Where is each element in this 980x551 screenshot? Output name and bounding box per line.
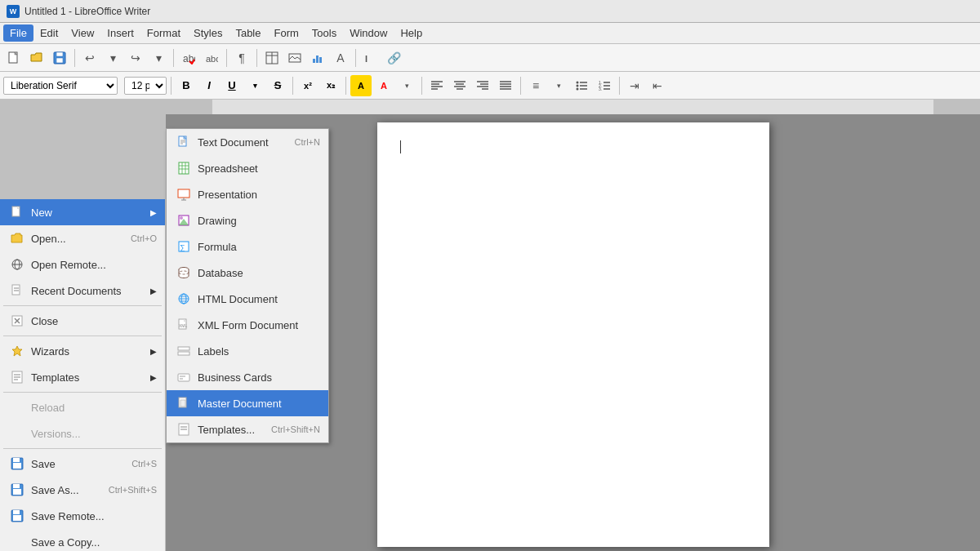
font-color-btn[interactable]: A <box>373 75 394 96</box>
subscript-btn[interactable]: x₂ <box>320 75 341 96</box>
file-menu-wizards[interactable]: Wizards ▶ <box>0 338 165 364</box>
versions-icon <box>8 424 26 442</box>
save-file-icon <box>8 455 26 473</box>
submenu-business-cards[interactable]: Business Cards <box>167 364 328 390</box>
decrease-indent-btn[interactable]: ⇤ <box>647 75 668 96</box>
file-menu-save-as-label: Save As... <box>31 484 79 496</box>
autocorrect-btn[interactable]: abc <box>201 47 222 69</box>
submenu-xml-form[interactable]: XML XML Form Document <box>167 312 328 338</box>
file-menu-save-as[interactable]: Save As... Ctrl+Shift+S <box>0 477 165 503</box>
submenu-spreadsheet[interactable]: Spreadsheet <box>167 155 328 181</box>
redo-dropdown[interactable]: ▾ <box>148 47 169 69</box>
save-btn[interactable] <box>49 47 70 69</box>
submenu-xml-form-label: XML Form Document <box>198 319 298 331</box>
file-sep-1 <box>3 305 162 306</box>
templates-shortcut: Ctrl+Shift+N <box>271 424 320 434</box>
menu-help[interactable]: Help <box>394 24 429 42</box>
title-bar-text: Untitled 1 - LibreOffice Writer <box>24 6 150 17</box>
submenu-database[interactable]: Database <box>167 260 328 286</box>
menu-format[interactable]: Format <box>140 24 187 42</box>
superscript-btn[interactable]: x² <box>297 75 318 96</box>
undo-btn[interactable]: ↩ <box>79 47 100 69</box>
save-copy-icon <box>8 533 26 551</box>
submenu-drawing[interactable]: Drawing <box>167 207 328 233</box>
file-menu-save[interactable]: Save Ctrl+S <box>0 451 165 477</box>
font-color-dropdown[interactable]: ▾ <box>396 75 417 96</box>
menu-tools[interactable]: Tools <box>305 24 343 42</box>
svg-rect-118 <box>933 100 980 114</box>
redo-btn[interactable]: ↪ <box>125 47 146 69</box>
insert-table-btn[interactable] <box>261 47 283 69</box>
new-icon <box>8 203 26 221</box>
menu-styles[interactable]: Styles <box>187 24 229 42</box>
list-unordered-btn[interactable] <box>571 75 592 96</box>
svg-text:I: I <box>365 54 368 64</box>
submenu-presentation[interactable]: Presentation <box>167 181 328 207</box>
file-menu-versions: Versions... <box>0 420 165 447</box>
list-ordered-btn[interactable]: 1.2.3. <box>594 75 615 96</box>
font-size-select[interactable]: 12 pt <box>124 77 167 95</box>
para-marks-btn[interactable]: ¶ <box>231 47 252 69</box>
svg-rect-2 <box>56 52 63 56</box>
file-menu-save-copy[interactable]: Save a Copy... <box>0 529 165 551</box>
menu-bar: File Edit View Insert Format Styles Tabl… <box>0 23 980 44</box>
templates-icon <box>8 368 26 386</box>
submenu-text-doc[interactable]: Text Document Ctrl+N <box>167 129 328 155</box>
menu-view[interactable]: View <box>65 24 100 42</box>
file-menu-new[interactable]: New ▶ <box>0 199 165 225</box>
line-spacing-dropdown[interactable]: ▾ <box>548 75 569 96</box>
menu-table[interactable]: Table <box>229 24 267 42</box>
underline-btn[interactable]: U <box>221 75 243 96</box>
align-right-btn[interactable] <box>472 75 493 96</box>
align-left-btn[interactable] <box>426 75 448 96</box>
new-submenu: Text Document Ctrl+N Spreadsheet Present… <box>166 128 329 443</box>
file-menu-recent[interactable]: Recent Documents ▶ <box>0 278 165 304</box>
document-page <box>377 122 769 547</box>
menu-file[interactable]: File <box>3 24 33 42</box>
text-doc-shortcut: Ctrl+N <box>295 137 320 147</box>
submenu-templates[interactable]: Templates... Ctrl+Shift+N <box>167 416 328 442</box>
open-file-icon <box>8 229 26 247</box>
svg-rect-108 <box>178 374 189 381</box>
file-menu-save-remote[interactable]: Save Remote... <box>0 503 165 529</box>
formula-icon: ∑ <box>175 238 193 256</box>
file-menu-templates[interactable]: Templates ▶ <box>0 364 165 390</box>
bold-btn[interactable]: B <box>176 75 197 96</box>
spellcheck-btn[interactable]: abc <box>178 47 199 69</box>
file-menu-open[interactable]: Open... Ctrl+O <box>0 225 165 251</box>
file-menu-close[interactable]: Close <box>0 308 165 334</box>
underline-dropdown[interactable]: ▾ <box>244 75 265 96</box>
italic-btn[interactable]: I <box>198 75 220 96</box>
strikethrough-btn[interactable]: S <box>267 75 288 96</box>
text-doc-icon <box>175 133 193 151</box>
submenu-html-doc[interactable]: HTML Document <box>167 286 328 312</box>
submenu-master-doc[interactable]: Master Document <box>167 390 328 416</box>
insert-hyperlink-btn[interactable]: 🔗 <box>383 47 404 69</box>
labels-icon <box>175 342 193 360</box>
char-highlight-btn[interactable]: A <box>350 75 372 96</box>
menu-window[interactable]: Window <box>343 24 394 42</box>
submenu-database-label: Database <box>198 267 243 279</box>
spreadsheet-icon <box>175 159 193 177</box>
insert-chart-btn[interactable] <box>307 47 328 69</box>
recent-icon <box>8 282 26 300</box>
open-btn[interactable] <box>26 47 47 69</box>
submenu-labels[interactable]: Labels <box>167 338 328 364</box>
menu-form[interactable]: Form <box>267 24 305 42</box>
new-btn[interactable] <box>3 47 24 69</box>
file-menu-reload: Reload <box>0 394 165 420</box>
align-justify-btn[interactable] <box>495 75 516 96</box>
increase-indent-btn[interactable]: ⇥ <box>624 75 645 96</box>
insert-field-btn[interactable]: I <box>360 47 381 69</box>
menu-edit[interactable]: Edit <box>33 24 65 42</box>
file-menu-open-remote[interactable]: Open Remote... <box>0 251 165 278</box>
undo-dropdown[interactable]: ▾ <box>102 47 123 69</box>
insert-image-btn[interactable] <box>284 47 305 69</box>
line-spacing-btn[interactable]: ≡ <box>525 75 546 96</box>
align-center-btn[interactable] <box>449 75 470 96</box>
menu-insert[interactable]: Insert <box>100 24 140 42</box>
font-name-select[interactable]: Liberation Serif <box>3 77 118 95</box>
insert-textbox-btn[interactable]: A <box>330 47 351 69</box>
submenu-formula[interactable]: ∑ Formula <box>167 233 328 260</box>
svg-rect-46 <box>12 285 20 295</box>
